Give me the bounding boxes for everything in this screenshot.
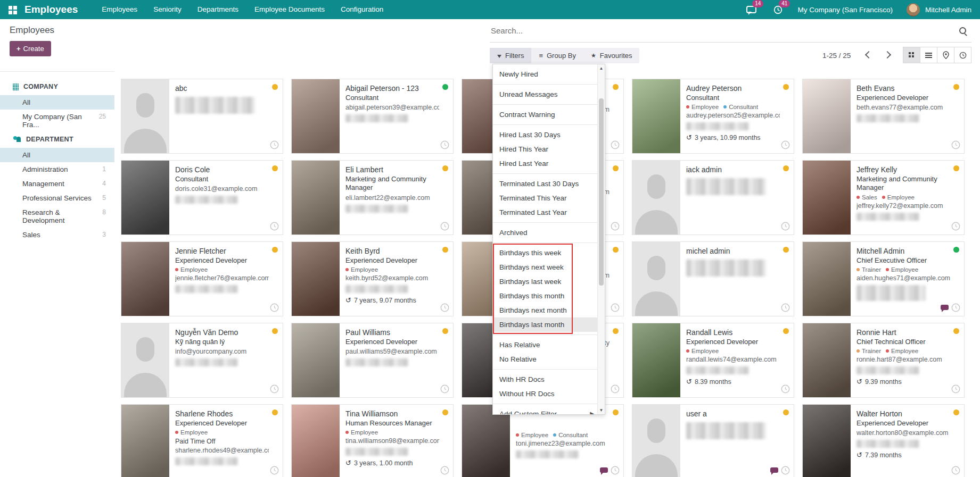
scroll-up-icon[interactable]: ▲	[598, 66, 605, 71]
activity-clock-icon[interactable]	[781, 384, 790, 394]
status-dot-yellow[interactable]	[783, 409, 789, 415]
activity-view-button[interactable]	[954, 47, 971, 63]
sidebar-item-all[interactable]: All	[0, 95, 114, 110]
activity-clock-icon[interactable]	[440, 466, 449, 475]
employee-card[interactable]: Jennie FletcherExperienced DeveloperEmpl…	[121, 241, 283, 316]
employee-card[interactable]: Eli LambertMarketing and Community Manag…	[291, 160, 454, 235]
pager-previous-button[interactable]	[862, 49, 874, 61]
activity-clock-icon[interactable]	[951, 303, 960, 312]
sidebar-item-all[interactable]: All	[0, 148, 114, 162]
menu-item-departments[interactable]: Departments	[190, 0, 246, 19]
create-button[interactable]: +Create	[10, 41, 51, 56]
filter-item-add-custom-filter[interactable]: Add Custom Filter▶	[493, 407, 605, 415]
scroll-down-icon[interactable]: ▼	[598, 408, 605, 413]
activity-clock-icon[interactable]	[951, 222, 960, 231]
filter-item-terminated-this-year[interactable]: Terminated This Year	[493, 191, 605, 205]
messages-icon[interactable]: 14	[744, 4, 758, 15]
filter-item-hired-last-30-days[interactable]: Hired Last 30 Days	[493, 128, 605, 142]
favourites-button[interactable]: ★ Favourites	[583, 48, 640, 63]
activities-icon[interactable]: 41	[771, 4, 785, 15]
filter-item-with-hr-docs[interactable]: With HR Docs	[493, 372, 605, 387]
activity-clock-icon[interactable]	[781, 222, 790, 231]
filter-item-birthdays-this-month[interactable]: Birthdays this month	[493, 289, 605, 303]
menu-item-configuration[interactable]: Configuration	[333, 0, 391, 19]
activity-clock-icon[interactable]	[270, 222, 279, 231]
employee-card[interactable]: EmployeeConsultanttoni.jimenez23@example…	[462, 404, 624, 477]
group-by-button[interactable]: ≡ Group By	[531, 48, 583, 63]
employee-card[interactable]: Tina WilliamsonHuman Resources ManagerEm…	[291, 404, 454, 477]
employee-card[interactable]: Nguyễn Văn DemoKỹ năng quản lýinfo@yourc…	[121, 323, 283, 398]
status-dot-yellow[interactable]	[613, 247, 619, 253]
employee-card[interactable]: michel admin	[632, 241, 794, 316]
activity-clock-icon[interactable]	[611, 384, 620, 394]
status-dot-green[interactable]	[442, 84, 448, 90]
scrollbar-thumb[interactable]	[599, 98, 604, 286]
activity-clock-icon[interactable]	[611, 222, 620, 231]
status-dot-yellow[interactable]	[613, 165, 619, 171]
menu-item-employee-documents[interactable]: Employee Documents	[246, 0, 333, 19]
employee-card[interactable]: iack admin	[632, 160, 794, 235]
app-brand[interactable]: Employees	[24, 4, 78, 15]
employee-card[interactable]: Mitchell AdminChief Executive OfficerTra…	[802, 241, 965, 316]
filter-item-birthdays-next-week[interactable]: Birthdays next week	[493, 260, 605, 274]
filter-item-birthdays-last-week[interactable]: Birthdays last week	[493, 274, 605, 289]
menu-item-seniority[interactable]: Seniority	[145, 0, 190, 19]
filter-item-newly-hired[interactable]: Newly Hired	[493, 67, 605, 81]
pager-next-button[interactable]	[881, 49, 893, 61]
activity-clock-icon[interactable]	[951, 140, 960, 149]
activity-clock-icon[interactable]	[611, 466, 620, 475]
activity-clock-icon[interactable]	[270, 303, 279, 312]
search-icon[interactable]	[959, 27, 966, 34]
status-dot-yellow[interactable]	[613, 409, 619, 415]
filter-item-no-relative[interactable]: No Relative	[493, 352, 605, 366]
status-dot-yellow[interactable]	[953, 328, 959, 334]
filter-item-birthdays-next-month[interactable]: Birthdays next month	[493, 303, 605, 317]
activity-clock-icon[interactable]	[951, 466, 960, 475]
employee-card[interactable]: Sharlene RhodesExperienced DeveloperEmpl…	[121, 404, 283, 477]
status-dot-yellow[interactable]	[442, 165, 448, 171]
filter-item-archived[interactable]: Archived	[493, 225, 605, 240]
status-dot-yellow[interactable]	[272, 84, 278, 90]
employee-card[interactable]: Abigail Peterson - 123Consultantabigail.…	[291, 79, 454, 154]
search-input[interactable]	[490, 26, 959, 36]
activity-clock-icon[interactable]	[440, 222, 449, 231]
activity-clock-icon[interactable]	[270, 466, 279, 475]
filter-item-without-hr-docs[interactable]: Without HR Docs	[493, 387, 605, 401]
status-dot-yellow[interactable]	[953, 409, 959, 415]
status-dot-yellow[interactable]	[272, 165, 278, 171]
employee-card[interactable]: Randall LewisExperienced DeveloperEmploy…	[632, 323, 794, 398]
status-dot-yellow[interactable]	[783, 84, 789, 90]
sidebar-item-sales[interactable]: Sales3	[0, 228, 114, 242]
sidebar-item-professional-services[interactable]: Professional Services5	[0, 191, 114, 205]
employee-card[interactable]: Doris ColeConsultantdoris.cole31@example…	[121, 160, 283, 235]
employee-card[interactable]: Keith ByrdExperienced DeveloperEmployeek…	[291, 241, 454, 316]
activity-clock-icon[interactable]	[270, 384, 279, 394]
list-view-button[interactable]	[920, 47, 937, 63]
status-dot-yellow[interactable]	[272, 409, 278, 415]
activity-clock-icon[interactable]	[270, 140, 279, 149]
filter-item-unread-messages[interactable]: Unread Messages	[493, 87, 605, 102]
status-dot-yellow[interactable]	[953, 165, 959, 171]
status-dot-yellow[interactable]	[442, 247, 448, 253]
employee-card[interactable]: Ronnie HartChief Technical OfficerTraine…	[802, 323, 965, 398]
user-avatar[interactable]	[907, 3, 920, 16]
filter-item-birthdays-last-month[interactable]: Birthdays last month	[493, 317, 605, 332]
chat-message-icon[interactable]	[941, 305, 949, 310]
activity-clock-icon[interactable]	[781, 303, 790, 312]
employee-card[interactable]: user a	[632, 404, 794, 477]
filter-item-has-relative[interactable]: Has Relative	[493, 338, 605, 352]
filter-item-terminated-last-year[interactable]: Terminated Last Year	[493, 205, 605, 220]
apps-grid-icon[interactable]	[9, 5, 17, 14]
employee-card[interactable]: Jeffrey KellyMarketing and Community Man…	[802, 160, 965, 235]
activity-clock-icon[interactable]	[440, 140, 449, 149]
employee-card[interactable]: Paul WilliamsExperienced Developerpaul.w…	[291, 323, 454, 398]
activity-clock-icon[interactable]	[951, 384, 960, 394]
kanban-view-button[interactable]	[903, 47, 920, 63]
activity-clock-icon[interactable]	[611, 140, 620, 149]
menu-item-employees[interactable]: Employees	[94, 0, 145, 19]
sidebar-item-my-company-san-fra-[interactable]: My Company (San Fra...25	[0, 110, 114, 132]
employee-card[interactable]: abc	[121, 79, 283, 154]
status-dot-yellow[interactable]	[442, 328, 448, 334]
status-dot-green[interactable]	[953, 247, 959, 253]
status-dot-yellow[interactable]	[613, 84, 619, 90]
